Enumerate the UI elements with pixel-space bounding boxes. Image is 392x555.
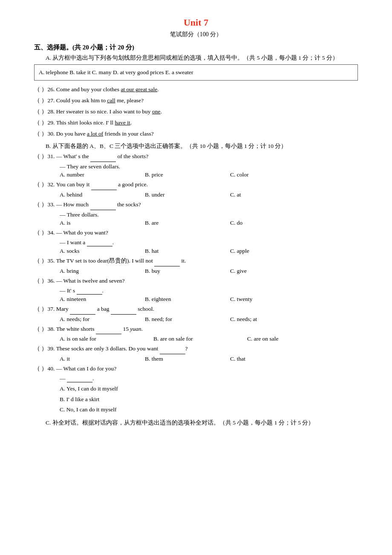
dash-33: — Three dollars.	[60, 211, 358, 218]
options-33: A. is B. are C. do	[60, 220, 358, 226]
question-31: （ ）31. — What' s the of the shorts?	[34, 152, 358, 162]
section-b-intro: B. 从下面各题的 A、B、C 三个选项中选出正确答案。（共 10 小题，每小题…	[34, 142, 358, 150]
question-40: （ ）40. — What can I do for you?	[34, 364, 358, 374]
question-32: （ ）32. You can buy it a good price.	[34, 180, 358, 190]
question-33: （ ）33. — How much the socks?	[34, 200, 358, 210]
section5-header: 五、选择题。(共 20 小题；计 20 分)	[34, 43, 358, 52]
options-32: A. behind B. under C. at	[60, 191, 358, 198]
dash-31: — They are seven dollars.	[60, 163, 358, 170]
question-38: （ ）38. The white shorts 15 yuan.	[34, 324, 358, 335]
options-34: A. socks B. hat C. apple	[60, 248, 358, 254]
section-a-intro: A. 从方框中选出与下列各句划线部分意思相同或相近的选项，填入括号中。（共 5 …	[34, 54, 358, 62]
options-37: A. needs; for B. need; for C. needs; at	[60, 316, 358, 323]
page-title: Unit 7	[34, 17, 358, 28]
options-38: A. is on sale for B. are on sale for C. …	[60, 335, 358, 342]
question-34: （ ）34. — What do you want?	[34, 228, 358, 238]
dash-34: — I want a .	[60, 239, 358, 246]
word-box: A. telephone B. take it C. many D. at ve…	[34, 64, 358, 81]
question-29: （ ）29. This shirt looks nice. I' ll have…	[34, 118, 358, 128]
question-26: （ ）26. Come and buy your clothes at our …	[34, 85, 358, 95]
subtitle: 笔试部分（100 分）	[34, 31, 358, 38]
dash-36: — It' s .	[60, 287, 358, 295]
question-27: （ ）27. Could you ask him to call me, ple…	[34, 96, 358, 106]
options-36: A. nineteen B. eighteen C. twenty	[60, 296, 358, 303]
question-36: （ ）36. — What is twelve and seven?	[34, 276, 358, 286]
question-35: （ ）35. The TV set is too dear(昂贵的). I wi…	[34, 256, 358, 266]
question-37: （ ）37. Mary a bag school.	[34, 304, 358, 315]
options-39: A. it B. them C. that	[60, 356, 358, 362]
question-30: （ ）30. Do you have a lot of friends in y…	[34, 129, 358, 139]
question-39: （ ）39. These socks are only 3 dollars. D…	[34, 344, 358, 354]
section-c-intro: C. 补全对话。根据对话内容，从方框中选出适当的选项补全对话。（共 5 小题，每…	[34, 419, 358, 427]
options-31: A. number B. price C. color	[60, 171, 358, 178]
question-28: （ ）28. Her sweater is so nice. I also wa…	[34, 107, 358, 117]
options-35: A. bring B. buy C. give	[60, 268, 358, 275]
options-40-a: A. Yes, I can do it myself B. I' d like …	[60, 384, 358, 415]
dash-40: — .	[60, 375, 358, 382]
